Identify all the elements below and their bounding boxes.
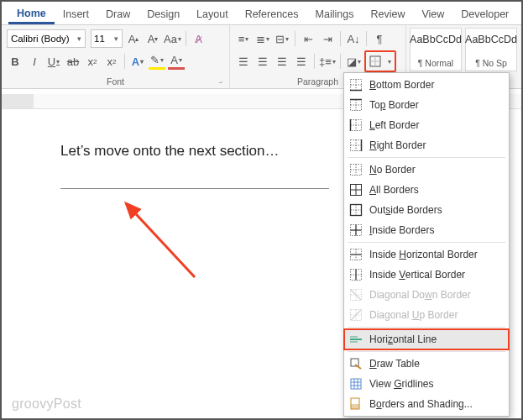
menu-label: No Border <box>369 164 416 176</box>
increase-indent-icon[interactable]: ⇥ <box>319 30 336 47</box>
font-size-input[interactable] <box>92 34 110 44</box>
font-color-icon[interactable]: A▾ <box>168 53 185 70</box>
svg-rect-56 <box>351 404 359 409</box>
menu-label: View Gridlines <box>369 378 434 390</box>
svg-line-3 <box>126 203 195 277</box>
menu-shading[interactable]: Borders and Shading... <box>344 394 509 414</box>
borders-icon[interactable] <box>367 53 384 70</box>
borders-dropdown-arrow[interactable]: ▾ <box>384 53 394 70</box>
tab-draw[interactable]: Draw <box>97 4 139 24</box>
menu-label: Borders and Shading... <box>369 398 473 410</box>
tab-mailings[interactable]: Mailings <box>307 4 363 24</box>
menu-label: Top Border <box>369 99 419 111</box>
menu-label: Horizontal Line <box>369 333 437 345</box>
show-marks-icon[interactable]: ¶ <box>371 30 388 47</box>
shading-icon <box>349 397 363 411</box>
font-name-input[interactable] <box>8 34 73 44</box>
menu-bottom[interactable]: Bottom Border <box>344 75 509 95</box>
tab-help[interactable]: Help <box>517 4 523 24</box>
tab-references[interactable]: References <box>237 4 307 24</box>
font-group-label: Font <box>7 76 224 88</box>
decrease-indent-icon[interactable]: ⇤ <box>300 30 316 47</box>
style-0[interactable]: AaBbCcDd¶ Normal <box>410 28 462 71</box>
draw-table-icon <box>349 357 363 370</box>
highlight-icon[interactable]: ✎▾ <box>149 53 165 70</box>
tab-view[interactable]: View <box>413 4 452 24</box>
line-spacing-icon[interactable]: ‡≡▾ <box>319 53 336 70</box>
ribbon-tabs: HomeInsertDrawDesignLayoutReferencesMail… <box>2 2 521 25</box>
svg-line-41 <box>351 290 361 300</box>
menu-inside[interactable]: Inside Borders <box>344 220 509 240</box>
align-right-icon[interactable]: ☰ <box>274 53 290 70</box>
borders-dropdown-menu: Bottom BorderTop BorderLeft BorderRight … <box>343 72 510 417</box>
style-1[interactable]: AaBbCcDd¶ No Sp <box>465 28 517 71</box>
menu-hline[interactable]: Horizontal Line <box>344 329 509 349</box>
top-icon <box>349 98 363 112</box>
tab-developer[interactable]: Developer <box>452 4 517 24</box>
none-icon <box>349 163 363 176</box>
font-size-combo[interactable]: ▾ <box>91 29 123 48</box>
svg-rect-50 <box>351 379 361 389</box>
text-effects-icon[interactable]: A▾ <box>129 53 146 70</box>
menu-left[interactable]: Left Border <box>344 115 509 135</box>
increase-font-icon[interactable]: A▴ <box>125 30 142 47</box>
multilevel-icon[interactable]: ⊟▾ <box>274 30 290 47</box>
decrease-font-icon[interactable]: A▾ <box>144 30 161 47</box>
menu-label: Draw Table <box>369 358 420 370</box>
watermark-text: groovyPost <box>12 396 81 412</box>
menu-label: Inside Vertical Border <box>369 269 465 281</box>
tab-insert[interactable]: Insert <box>55 4 97 24</box>
tab-layout[interactable]: Layout <box>188 4 237 24</box>
annotation-arrow <box>111 193 212 294</box>
diag-down-icon <box>349 288 363 302</box>
subscript-button[interactable]: x2 <box>84 53 101 70</box>
menu-label: Diagonal Down Border <box>369 289 471 301</box>
menu-inside-v[interactable]: Inside Vertical Border <box>344 265 509 285</box>
menu-diag-down: Diagonal Down Border <box>344 285 509 305</box>
menu-label: Outside Borders <box>369 204 442 216</box>
shading-icon[interactable]: ◪▾ <box>345 53 362 70</box>
menu-label: Right Border <box>369 139 426 151</box>
font-name-combo[interactable]: ▾ <box>7 29 86 48</box>
svg-rect-49 <box>351 359 358 366</box>
menu-all[interactable]: All Borders <box>344 180 509 200</box>
sort-icon[interactable]: A↓ <box>345 30 362 47</box>
inside-icon <box>349 223 363 237</box>
numbering-icon[interactable]: ≣▾ <box>254 30 271 47</box>
strike-button[interactable]: ab <box>65 53 81 70</box>
hline-icon <box>349 333 363 346</box>
menu-right[interactable]: Right Border <box>344 135 509 155</box>
bullets-icon[interactable]: ≡▾ <box>235 30 252 47</box>
align-left-icon[interactable]: ☰ <box>235 53 252 70</box>
menu-label: Inside Borders <box>369 224 434 236</box>
menu-label: All Borders <box>369 184 419 196</box>
menu-label: Bottom Border <box>369 79 434 91</box>
change-case-icon[interactable]: Aa▾ <box>164 30 181 47</box>
chevron-down-icon[interactable]: ▾ <box>73 34 85 43</box>
italic-button[interactable]: I <box>26 53 43 70</box>
menu-gridlines[interactable]: View Gridlines <box>344 374 509 394</box>
align-center-icon[interactable]: ☰ <box>254 53 271 70</box>
borders-split-button[interactable]: ▾ <box>364 50 396 72</box>
tab-review[interactable]: Review <box>362 4 413 24</box>
inside-h-icon <box>349 248 363 261</box>
all-icon <box>349 183 363 197</box>
tab-home[interactable]: Home <box>8 3 55 24</box>
menu-top[interactable]: Top Border <box>344 95 509 115</box>
menu-outside[interactable]: Outside Borders <box>344 200 509 220</box>
clear-format-icon[interactable]: A̷ <box>191 30 207 47</box>
bold-button[interactable]: B <box>7 53 24 70</box>
outside-icon <box>349 203 363 217</box>
menu-none[interactable]: No Border <box>344 160 509 180</box>
underline-button[interactable]: U▾ <box>45 53 62 70</box>
left-icon <box>349 118 363 132</box>
svg-line-45 <box>351 310 361 320</box>
menu-draw-table[interactable]: Draw Table <box>344 354 509 374</box>
menu-label: Diagonal Up Border <box>369 309 458 321</box>
tab-design[interactable]: Design <box>139 4 188 24</box>
menu-inside-h[interactable]: Inside Horizontal Border <box>344 244 509 265</box>
chevron-down-icon[interactable]: ▾ <box>110 34 122 43</box>
superscript-button[interactable]: x2 <box>103 53 120 70</box>
horizontal-line-in-doc <box>60 188 329 189</box>
justify-icon[interactable]: ☰ <box>293 53 310 70</box>
